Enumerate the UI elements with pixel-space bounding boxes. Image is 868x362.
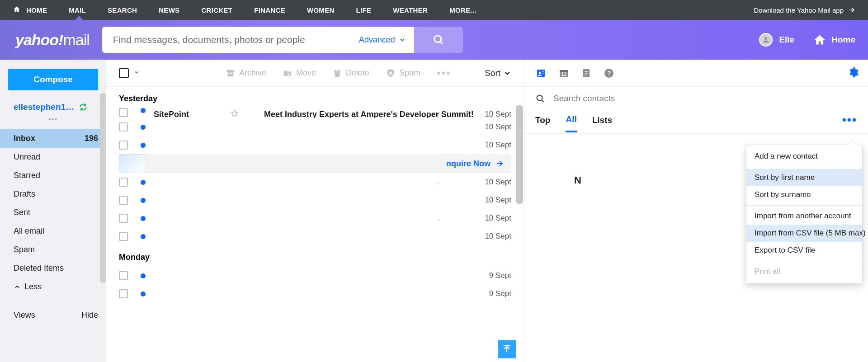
settings-icon[interactable] <box>847 66 859 80</box>
nav-women[interactable]: WOMEN <box>307 6 335 14</box>
message-date: 10 Sept <box>485 122 511 132</box>
message-list-scrollbar[interactable] <box>516 105 523 204</box>
folder-unread[interactable]: Unread <box>0 148 106 166</box>
svg-text:11: 11 <box>561 72 566 77</box>
row-checkbox[interactable] <box>119 214 128 223</box>
message-date: 9 Sept <box>489 271 511 280</box>
date-group-header: Monday <box>106 245 524 267</box>
select-all-caret[interactable] <box>133 69 140 77</box>
message-row[interactable]: 10 Sept <box>106 118 524 136</box>
nav-home[interactable]: HOME <box>26 6 47 14</box>
menu-import-account[interactable]: Import from another account <box>746 207 862 225</box>
contacts-icon[interactable] <box>535 67 547 79</box>
message-row[interactable]: SitePoint Meet Industry Experts at Amper… <box>106 108 524 118</box>
message-row[interactable]: 9 Sept <box>106 267 524 285</box>
search-input[interactable] <box>113 34 354 45</box>
scroll-top-button[interactable] <box>498 340 516 358</box>
help-icon[interactable]: ? <box>603 67 615 79</box>
row-checkbox[interactable] <box>119 141 128 150</box>
nav-life[interactable]: LIFE <box>356 6 372 14</box>
user-name[interactable]: Elle <box>779 35 794 45</box>
home-button[interactable]: Home <box>813 33 855 46</box>
row-checkbox[interactable] <box>119 289 128 298</box>
unread-dot-icon <box>141 143 146 148</box>
views-section[interactable]: Views Hide <box>0 304 106 324</box>
home-label: Home <box>831 35 855 45</box>
archive-icon <box>226 68 236 78</box>
menu-sort-last[interactable]: Sort by surname <box>746 186 862 203</box>
menu-sort-first[interactable]: Sort by first name <box>746 169 862 186</box>
move-button[interactable]: Move <box>283 68 316 78</box>
search-container: Advanced <box>102 27 414 53</box>
more-actions-button[interactable]: ••• <box>437 67 451 80</box>
message-row[interactable]: 10 Sept <box>106 136 524 154</box>
row-checkbox[interactable] <box>119 196 128 205</box>
svg-rect-7 <box>542 71 544 72</box>
hide-label[interactable]: Hide <box>81 310 98 320</box>
nav-weather[interactable]: WEATHER <box>393 6 428 14</box>
spam-button[interactable]: Spam <box>386 68 420 78</box>
folder-drafts[interactable]: Drafts <box>0 185 106 203</box>
menu-separator <box>746 261 862 261</box>
calendar-icon[interactable]: 11 <box>558 67 570 79</box>
sidebar-scrollbar[interactable] <box>100 93 106 283</box>
sponsored-row[interactable]: nquire Now <box>119 154 511 173</box>
select-all-checkbox[interactable] <box>119 68 129 78</box>
nav-search[interactable]: SEARCH <box>108 6 137 14</box>
search-button[interactable] <box>414 27 463 53</box>
menu-separator <box>746 205 862 206</box>
chevron-up-icon <box>14 283 21 291</box>
message-date: 10 Sept <box>485 232 511 241</box>
nav-more[interactable]: MORE... <box>449 6 476 14</box>
compose-button[interactable]: Compose <box>8 69 98 90</box>
folder-label: Starred <box>14 171 40 180</box>
message-row[interactable]: 9 Sept <box>106 285 524 303</box>
advanced-search-link[interactable]: Advanced <box>359 35 406 45</box>
svg-point-0 <box>434 36 441 42</box>
message-row[interactable]: . 10 Sept <box>106 173 524 191</box>
download-app-link[interactable]: Download the Yahoo Mail app <box>754 6 855 14</box>
message-date: 9 Sept <box>489 289 511 298</box>
folder-inbox[interactable]: Inbox 196 <box>0 129 106 148</box>
message-row[interactable]: 10 Sept <box>106 191 524 209</box>
menu-export-csv[interactable]: Export to CSV file <box>746 242 862 259</box>
message-row[interactable]: 10 Sept <box>106 227 524 245</box>
user-area: Elle Home <box>759 33 855 47</box>
row-checkbox[interactable] <box>119 232 128 241</box>
menu-add-contact[interactable]: Add a new contact <box>746 148 862 165</box>
tab-all[interactable]: All <box>566 114 576 132</box>
collapse-folders[interactable]: Less <box>0 277 106 296</box>
row-checkbox[interactable] <box>119 178 128 187</box>
folder-spam[interactable]: Spam <box>0 240 106 259</box>
message-row[interactable]: . 10 Sept <box>106 209 524 227</box>
nav-cricket[interactable]: CRICKET <box>201 6 232 14</box>
menu-import-csv[interactable]: Import from CSV file (5 MB max) <box>746 225 862 242</box>
folder-label: Sent <box>14 208 30 217</box>
account-switcher[interactable]: ellestephen1… <box>0 99 106 114</box>
folder-deleted[interactable]: Deleted Items <box>0 259 106 277</box>
avatar[interactable] <box>759 33 773 47</box>
notepad-icon[interactable] <box>580 67 592 79</box>
folder-starred[interactable]: Starred <box>0 166 106 185</box>
unread-dot-icon <box>141 125 146 130</box>
contacts-more-button[interactable]: ••• <box>842 113 857 133</box>
subject: Meet Industry Experts at Ampere's Develo… <box>264 110 485 118</box>
account-menu-icon[interactable]: ••• <box>0 114 106 127</box>
tab-lists[interactable]: Lists <box>592 115 612 132</box>
folder-sent[interactable]: Sent <box>0 203 106 222</box>
nav-news[interactable]: NEWS <box>159 6 179 14</box>
nav-finance[interactable]: FINANCE <box>254 6 285 14</box>
folder-label: All email <box>14 226 44 236</box>
folder-allemail[interactable]: All email <box>0 222 106 240</box>
star-icon[interactable] <box>231 109 239 118</box>
contacts-search-input[interactable] <box>553 94 857 103</box>
row-checkbox[interactable] <box>119 108 128 117</box>
delete-button[interactable]: Delete <box>332 68 369 78</box>
row-checkbox[interactable] <box>119 271 128 280</box>
unread-dot-icon <box>141 216 146 221</box>
tab-top[interactable]: Top <box>535 115 550 132</box>
nav-mail[interactable]: MAIL <box>69 6 86 14</box>
row-checkbox[interactable] <box>119 122 128 132</box>
archive-button[interactable]: Archive <box>226 68 266 78</box>
sort-button[interactable]: Sort <box>485 68 511 78</box>
